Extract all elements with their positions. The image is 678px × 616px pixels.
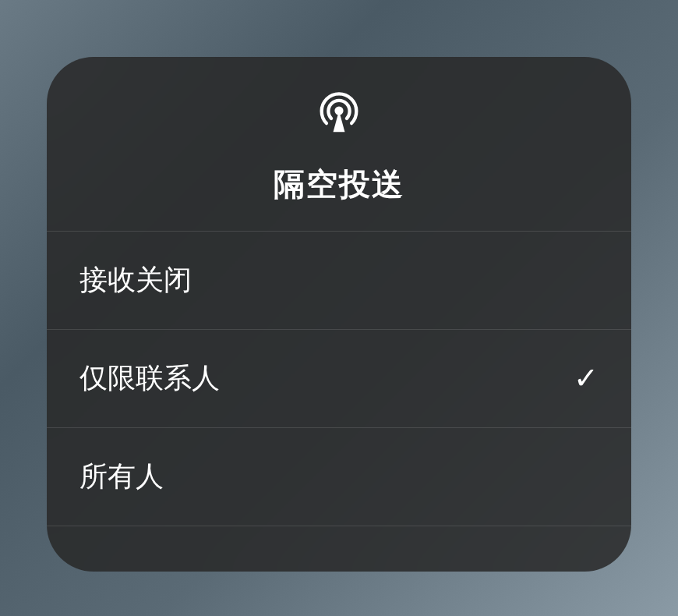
options-list: 接收关闭 ✓ 仅限联系人 ✓ 所有人 ✓ [47,232,631,526]
option-label: 接收关闭 [79,261,192,299]
checkmark-icon: ✓ [574,361,599,395]
panel-header: 隔空投送 [47,57,631,232]
option-contacts-only[interactable]: 仅限联系人 ✓ [47,330,631,428]
airdrop-settings-panel: 隔空投送 接收关闭 ✓ 仅限联系人 ✓ 所有人 ✓ [47,57,631,572]
airdrop-icon [315,87,363,138]
option-label: 所有人 [79,458,164,496]
option-label: 仅限联系人 [79,359,220,398]
option-everyone[interactable]: 所有人 ✓ [47,428,631,526]
panel-title: 隔空投送 [274,163,404,206]
option-receiving-off[interactable]: 接收关闭 ✓ [47,232,631,330]
